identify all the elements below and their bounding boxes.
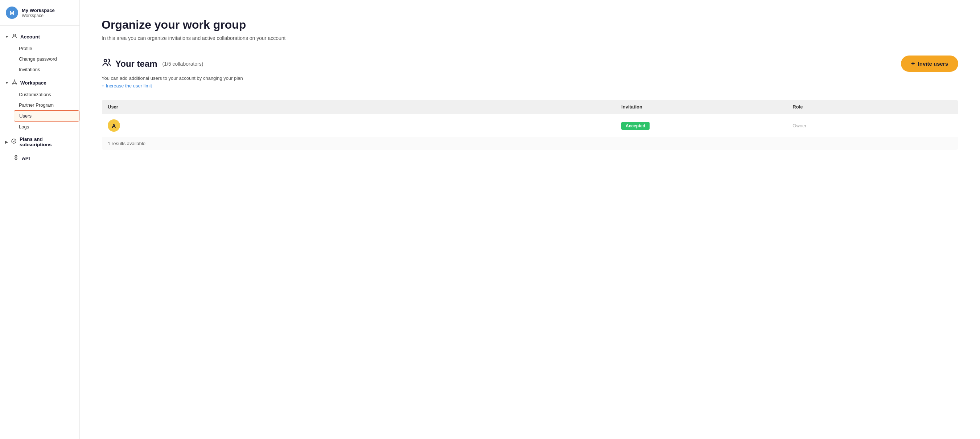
team-title-group: Your team (1/5 collaborators) xyxy=(102,58,203,70)
col-header-invitation: Invitation xyxy=(616,100,787,114)
team-section: Your team (1/5 collaborators) + Invite u… xyxy=(102,56,958,89)
sidebar-item-profile[interactable]: Profile xyxy=(14,43,80,54)
workspace-names: My Workspace Workspace xyxy=(22,8,55,18)
sidebar-item-customizations[interactable]: Customizations xyxy=(14,89,80,100)
role-value: Owner xyxy=(792,123,806,129)
workspace-sub: Workspace xyxy=(22,13,55,18)
workspace-sub-items: Customizations Partner Program Users Log… xyxy=(0,89,80,132)
chevron-down-icon: ▼ xyxy=(5,81,9,85)
diamond-icon xyxy=(13,154,19,162)
person-icon xyxy=(12,33,18,40)
check-circle-icon xyxy=(11,138,17,145)
plus-icon: + xyxy=(911,60,915,67)
svg-line-5 xyxy=(14,81,16,83)
nodes-icon xyxy=(12,79,18,86)
sidebar-item-users[interactable]: Users xyxy=(14,110,80,121)
role-cell: Owner xyxy=(787,114,958,137)
main-content: Organize your work group In this area yo… xyxy=(80,0,980,439)
sidebar-item-partner-program[interactable]: Partner Program xyxy=(14,100,80,110)
plus-small-icon: + xyxy=(102,83,105,89)
invitation-cell: Accepted xyxy=(616,114,787,137)
table-header-row: User Invitation Role xyxy=(102,100,958,114)
sidebar-item-change-password[interactable]: Change password xyxy=(14,54,80,64)
nav-section-api: API xyxy=(0,152,80,165)
col-header-user: User xyxy=(102,100,616,114)
account-sub-items: Profile Change password Invitations xyxy=(0,43,80,75)
sidebar-item-invitations[interactable]: Invitations xyxy=(14,64,80,75)
team-header: Your team (1/5 collaborators) + Invite u… xyxy=(102,56,958,72)
svg-point-1 xyxy=(14,80,15,81)
chevron-right-icon: ▶ xyxy=(5,140,8,144)
page-title: Organize your work group xyxy=(102,18,958,32)
sidebar: M My Workspace Workspace ▼ Account Profi… xyxy=(0,0,80,439)
chevron-down-icon: ▼ xyxy=(5,35,9,39)
results-label: 1 results available xyxy=(102,137,958,150)
sidebar-item-api[interactable]: API xyxy=(0,152,80,165)
collaborators-count: (1/5 collaborators) xyxy=(162,61,204,67)
team-icon xyxy=(102,58,112,70)
status-badge: Accepted xyxy=(621,122,649,130)
svg-point-8 xyxy=(104,59,107,62)
col-header-role: Role xyxy=(787,100,958,114)
svg-point-7 xyxy=(12,139,16,143)
team-title: Your team xyxy=(115,59,158,69)
nav-section-account: ▼ Account Profile Change password Invita… xyxy=(0,30,80,75)
users-table: User Invitation Role A Accepted O xyxy=(102,99,958,150)
workspace-name: My Workspace xyxy=(22,8,55,13)
sidebar-item-workspace[interactable]: ▼ Workspace xyxy=(0,76,80,89)
svg-line-4 xyxy=(13,81,14,83)
workspace-avatar: M xyxy=(6,6,18,19)
invite-users-button[interactable]: + Invite users xyxy=(901,56,958,72)
sidebar-item-account[interactable]: ▼ Account xyxy=(0,30,80,43)
nav-section-workspace: ▼ Workspace Customizations Partner Progr… xyxy=(0,76,80,132)
svg-point-0 xyxy=(13,34,15,36)
sidebar-item-plans[interactable]: ▶ Plans and subscriptions xyxy=(0,134,80,150)
page-subtitle: In this area you can organize invitation… xyxy=(102,35,958,41)
nav-section-plans: ▶ Plans and subscriptions xyxy=(0,134,80,150)
sidebar-item-logs[interactable]: Logs xyxy=(14,121,80,132)
avatar: A xyxy=(108,119,120,132)
user-avatar-cell: A xyxy=(108,119,610,132)
table-row: A Accepted Owner xyxy=(102,114,958,137)
user-cell: A xyxy=(102,114,616,137)
increase-limit-link[interactable]: + Increase the user limit xyxy=(102,83,958,89)
sidebar-nav: ▼ Account Profile Change password Invita… xyxy=(0,26,80,439)
workspace-header[interactable]: M My Workspace Workspace xyxy=(0,0,80,26)
results-row: 1 results available xyxy=(102,137,958,150)
team-description: You can add additional users to your acc… xyxy=(102,75,958,81)
